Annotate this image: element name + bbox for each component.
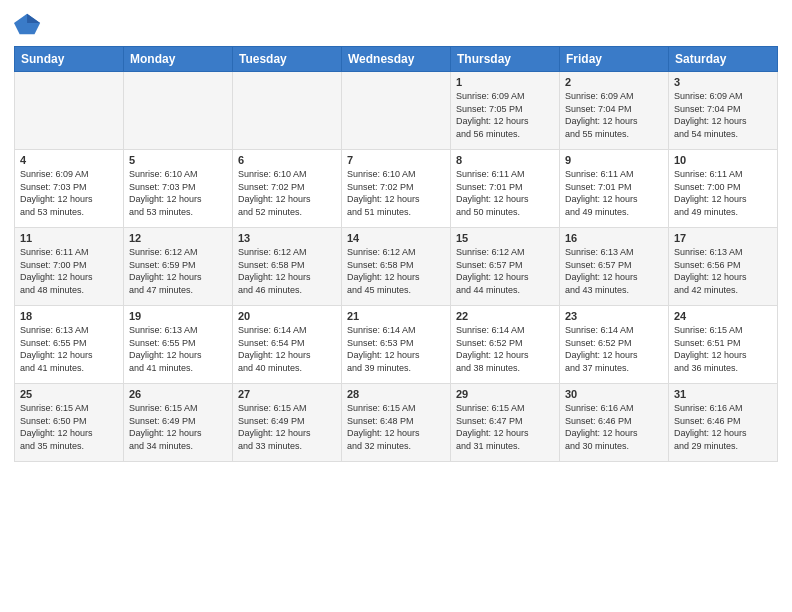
header-friday: Friday [560,47,669,72]
calendar-cell: 22Sunrise: 6:14 AM Sunset: 6:52 PM Dayli… [451,306,560,384]
day-number: 8 [456,154,554,166]
calendar-cell: 25Sunrise: 6:15 AM Sunset: 6:50 PM Dayli… [15,384,124,462]
day-info: Sunrise: 6:11 AM Sunset: 7:00 PM Dayligh… [20,246,118,296]
day-number: 13 [238,232,336,244]
day-info: Sunrise: 6:15 AM Sunset: 6:50 PM Dayligh… [20,402,118,452]
day-info: Sunrise: 6:13 AM Sunset: 6:57 PM Dayligh… [565,246,663,296]
day-info: Sunrise: 6:13 AM Sunset: 6:56 PM Dayligh… [674,246,772,296]
logo-icon [14,10,42,38]
day-info: Sunrise: 6:09 AM Sunset: 7:04 PM Dayligh… [674,90,772,140]
calendar-cell: 23Sunrise: 6:14 AM Sunset: 6:52 PM Dayli… [560,306,669,384]
day-number: 30 [565,388,663,400]
calendar-cell: 6Sunrise: 6:10 AM Sunset: 7:02 PM Daylig… [233,150,342,228]
day-number: 29 [456,388,554,400]
calendar-cell: 28Sunrise: 6:15 AM Sunset: 6:48 PM Dayli… [342,384,451,462]
day-number: 21 [347,310,445,322]
calendar-table: SundayMondayTuesdayWednesdayThursdayFrid… [14,46,778,462]
header-thursday: Thursday [451,47,560,72]
day-number: 18 [20,310,118,322]
day-number: 31 [674,388,772,400]
week-row-4: 25Sunrise: 6:15 AM Sunset: 6:50 PM Dayli… [15,384,778,462]
day-info: Sunrise: 6:09 AM Sunset: 7:04 PM Dayligh… [565,90,663,140]
day-info: Sunrise: 6:15 AM Sunset: 6:47 PM Dayligh… [456,402,554,452]
day-number: 17 [674,232,772,244]
day-info: Sunrise: 6:12 AM Sunset: 6:58 PM Dayligh… [238,246,336,296]
header-saturday: Saturday [669,47,778,72]
day-info: Sunrise: 6:12 AM Sunset: 6:58 PM Dayligh… [347,246,445,296]
day-number: 5 [129,154,227,166]
calendar-cell: 3Sunrise: 6:09 AM Sunset: 7:04 PM Daylig… [669,72,778,150]
header [14,10,778,38]
calendar-cell: 8Sunrise: 6:11 AM Sunset: 7:01 PM Daylig… [451,150,560,228]
header-wednesday: Wednesday [342,47,451,72]
day-info: Sunrise: 6:14 AM Sunset: 6:54 PM Dayligh… [238,324,336,374]
day-number: 27 [238,388,336,400]
day-number: 4 [20,154,118,166]
day-info: Sunrise: 6:14 AM Sunset: 6:52 PM Dayligh… [456,324,554,374]
week-row-3: 18Sunrise: 6:13 AM Sunset: 6:55 PM Dayli… [15,306,778,384]
day-info: Sunrise: 6:13 AM Sunset: 6:55 PM Dayligh… [129,324,227,374]
day-info: Sunrise: 6:10 AM Sunset: 7:03 PM Dayligh… [129,168,227,218]
calendar-cell: 30Sunrise: 6:16 AM Sunset: 6:46 PM Dayli… [560,384,669,462]
day-info: Sunrise: 6:10 AM Sunset: 7:02 PM Dayligh… [347,168,445,218]
calendar-cell [342,72,451,150]
calendar-cell: 17Sunrise: 6:13 AM Sunset: 6:56 PM Dayli… [669,228,778,306]
day-info: Sunrise: 6:16 AM Sunset: 6:46 PM Dayligh… [674,402,772,452]
header-row: SundayMondayTuesdayWednesdayThursdayFrid… [15,47,778,72]
day-info: Sunrise: 6:14 AM Sunset: 6:52 PM Dayligh… [565,324,663,374]
day-info: Sunrise: 6:15 AM Sunset: 6:49 PM Dayligh… [129,402,227,452]
day-number: 26 [129,388,227,400]
day-info: Sunrise: 6:15 AM Sunset: 6:51 PM Dayligh… [674,324,772,374]
calendar-cell: 9Sunrise: 6:11 AM Sunset: 7:01 PM Daylig… [560,150,669,228]
logo [14,10,46,38]
day-number: 15 [456,232,554,244]
day-number: 22 [456,310,554,322]
calendar-cell: 24Sunrise: 6:15 AM Sunset: 6:51 PM Dayli… [669,306,778,384]
day-info: Sunrise: 6:16 AM Sunset: 6:46 PM Dayligh… [565,402,663,452]
calendar-cell: 15Sunrise: 6:12 AM Sunset: 6:57 PM Dayli… [451,228,560,306]
week-row-2: 11Sunrise: 6:11 AM Sunset: 7:00 PM Dayli… [15,228,778,306]
calendar-cell: 13Sunrise: 6:12 AM Sunset: 6:58 PM Dayli… [233,228,342,306]
calendar-cell: 4Sunrise: 6:09 AM Sunset: 7:03 PM Daylig… [15,150,124,228]
day-number: 9 [565,154,663,166]
day-info: Sunrise: 6:15 AM Sunset: 6:48 PM Dayligh… [347,402,445,452]
day-number: 14 [347,232,445,244]
calendar-cell: 11Sunrise: 6:11 AM Sunset: 7:00 PM Dayli… [15,228,124,306]
day-number: 20 [238,310,336,322]
svg-marker-1 [27,14,40,23]
calendar-cell: 26Sunrise: 6:15 AM Sunset: 6:49 PM Dayli… [124,384,233,462]
calendar-cell: 27Sunrise: 6:15 AM Sunset: 6:49 PM Dayli… [233,384,342,462]
day-info: Sunrise: 6:12 AM Sunset: 6:59 PM Dayligh… [129,246,227,296]
day-number: 16 [565,232,663,244]
day-number: 25 [20,388,118,400]
calendar-cell [124,72,233,150]
calendar-cell: 16Sunrise: 6:13 AM Sunset: 6:57 PM Dayli… [560,228,669,306]
calendar-cell: 1Sunrise: 6:09 AM Sunset: 7:05 PM Daylig… [451,72,560,150]
day-info: Sunrise: 6:10 AM Sunset: 7:02 PM Dayligh… [238,168,336,218]
day-info: Sunrise: 6:13 AM Sunset: 6:55 PM Dayligh… [20,324,118,374]
calendar-cell: 19Sunrise: 6:13 AM Sunset: 6:55 PM Dayli… [124,306,233,384]
header-tuesday: Tuesday [233,47,342,72]
calendar-cell [15,72,124,150]
day-number: 7 [347,154,445,166]
day-info: Sunrise: 6:15 AM Sunset: 6:49 PM Dayligh… [238,402,336,452]
calendar-cell: 20Sunrise: 6:14 AM Sunset: 6:54 PM Dayli… [233,306,342,384]
day-number: 1 [456,76,554,88]
week-row-0: 1Sunrise: 6:09 AM Sunset: 7:05 PM Daylig… [15,72,778,150]
day-number: 19 [129,310,227,322]
calendar-cell: 2Sunrise: 6:09 AM Sunset: 7:04 PM Daylig… [560,72,669,150]
calendar-cell: 5Sunrise: 6:10 AM Sunset: 7:03 PM Daylig… [124,150,233,228]
svg-marker-0 [14,14,40,35]
day-info: Sunrise: 6:12 AM Sunset: 6:57 PM Dayligh… [456,246,554,296]
calendar-cell [233,72,342,150]
day-number: 10 [674,154,772,166]
day-number: 28 [347,388,445,400]
day-info: Sunrise: 6:11 AM Sunset: 7:01 PM Dayligh… [565,168,663,218]
calendar-cell: 7Sunrise: 6:10 AM Sunset: 7:02 PM Daylig… [342,150,451,228]
header-monday: Monday [124,47,233,72]
calendar-cell: 18Sunrise: 6:13 AM Sunset: 6:55 PM Dayli… [15,306,124,384]
day-number: 11 [20,232,118,244]
calendar-cell: 10Sunrise: 6:11 AM Sunset: 7:00 PM Dayli… [669,150,778,228]
day-number: 3 [674,76,772,88]
page-container: SundayMondayTuesdayWednesdayThursdayFrid… [0,0,792,612]
